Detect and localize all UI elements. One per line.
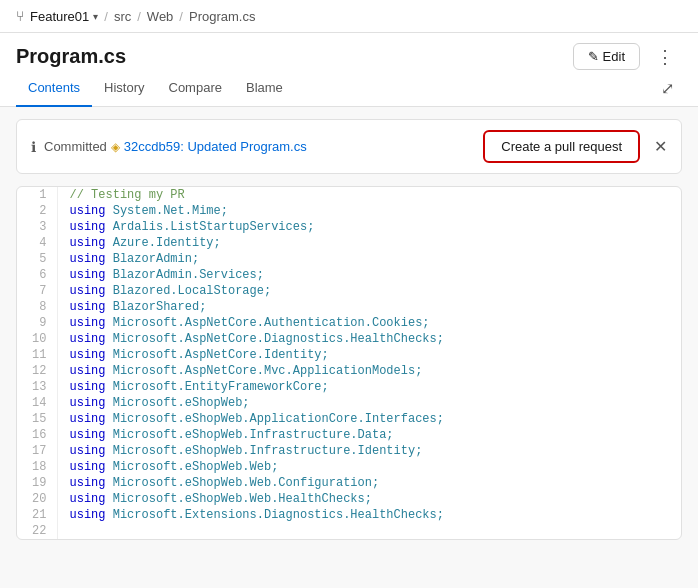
line-code: using Microsoft.eShopWeb.ApplicationCore… bbox=[57, 411, 681, 427]
table-row: 7using Blazored.LocalStorage; bbox=[17, 283, 681, 299]
line-code: using BlazorAdmin; bbox=[57, 251, 681, 267]
notification-left: ℹ Committed ◈ 32ccdb59: Updated Program.… bbox=[31, 139, 307, 155]
line-code: using Microsoft.eShopWeb.Web.Configurati… bbox=[57, 475, 681, 491]
line-code: using Microsoft.eShopWeb.Web; bbox=[57, 459, 681, 475]
branch-dot-icon: ◈ bbox=[111, 140, 120, 154]
breadcrumb-sep-2: / bbox=[137, 9, 141, 24]
line-code: using Microsoft.eShopWeb.Infrastructure.… bbox=[57, 443, 681, 459]
table-row: 10using Microsoft.AspNetCore.Diagnostics… bbox=[17, 331, 681, 347]
line-number: 16 bbox=[17, 427, 57, 443]
table-row: 18using Microsoft.eShopWeb.Web; bbox=[17, 459, 681, 475]
file-header: Program.cs ✎ Edit ⋮ bbox=[0, 33, 698, 70]
line-code: using BlazorShared; bbox=[57, 299, 681, 315]
line-code: using Microsoft.eShopWeb.Web.HealthCheck… bbox=[57, 491, 681, 507]
top-bar: ⑂ Feature01 ▾ / src / Web / Program.cs bbox=[0, 0, 698, 33]
line-number: 17 bbox=[17, 443, 57, 459]
chevron-down-icon: ▾ bbox=[93, 11, 98, 22]
table-row: 17using Microsoft.eShopWeb.Infrastructur… bbox=[17, 443, 681, 459]
file-title: Program.cs bbox=[16, 45, 126, 68]
line-number: 21 bbox=[17, 507, 57, 523]
table-row: 9using Microsoft.AspNetCore.Authenticati… bbox=[17, 315, 681, 331]
edit-label: Edit bbox=[603, 49, 625, 64]
table-row: 2using System.Net.Mime; bbox=[17, 203, 681, 219]
breadcrumb-file: Program.cs bbox=[189, 9, 255, 24]
breadcrumb-web[interactable]: Web bbox=[147, 9, 174, 24]
line-number: 12 bbox=[17, 363, 57, 379]
line-number: 15 bbox=[17, 411, 57, 427]
table-row: 12using Microsoft.AspNetCore.Mvc.Applica… bbox=[17, 363, 681, 379]
line-number: 8 bbox=[17, 299, 57, 315]
tab-compare[interactable]: Compare bbox=[157, 70, 234, 107]
line-number: 20 bbox=[17, 491, 57, 507]
line-code: using Blazored.LocalStorage; bbox=[57, 283, 681, 299]
line-code: using Microsoft.AspNetCore.Mvc.Applicati… bbox=[57, 363, 681, 379]
tab-history[interactable]: History bbox=[92, 70, 156, 107]
edit-button[interactable]: ✎ Edit bbox=[573, 43, 640, 70]
line-number: 1 bbox=[17, 187, 57, 203]
line-code: using Microsoft.AspNetCore.Identity; bbox=[57, 347, 681, 363]
code-area[interactable]: 1// Testing my PR2using System.Net.Mime;… bbox=[17, 187, 681, 539]
kebab-icon: ⋮ bbox=[656, 47, 674, 67]
line-number: 10 bbox=[17, 331, 57, 347]
commit-link[interactable]: 32ccdb59: Updated Program.cs bbox=[124, 139, 307, 154]
tab-blame[interactable]: Blame bbox=[234, 70, 295, 107]
line-number: 11 bbox=[17, 347, 57, 363]
table-row: 13using Microsoft.EntityFrameworkCore; bbox=[17, 379, 681, 395]
branch-selector[interactable]: Feature01 ▾ bbox=[30, 9, 98, 24]
line-code: using Ardalis.ListStartupServices; bbox=[57, 219, 681, 235]
breadcrumb-src[interactable]: src bbox=[114, 9, 131, 24]
line-code: using Microsoft.EntityFrameworkCore; bbox=[57, 379, 681, 395]
line-code bbox=[57, 523, 681, 539]
line-number: 19 bbox=[17, 475, 57, 491]
table-row: 6using BlazorAdmin.Services; bbox=[17, 267, 681, 283]
table-row: 4using Azure.Identity; bbox=[17, 235, 681, 251]
table-row: 14using Microsoft.eShopWeb; bbox=[17, 395, 681, 411]
line-number: 22 bbox=[17, 523, 57, 539]
line-code: using Microsoft.eShopWeb.Infrastructure.… bbox=[57, 427, 681, 443]
line-code: using Microsoft.eShopWeb; bbox=[57, 395, 681, 411]
table-row: 22 bbox=[17, 523, 681, 539]
line-number: 7 bbox=[17, 283, 57, 299]
table-row: 1// Testing my PR bbox=[17, 187, 681, 203]
line-code: using System.Net.Mime; bbox=[57, 203, 681, 219]
committed-label: Committed bbox=[44, 139, 107, 154]
tab-contents[interactable]: Contents bbox=[16, 70, 92, 107]
table-row: 8using BlazorShared; bbox=[17, 299, 681, 315]
branch-name: Feature01 bbox=[30, 9, 89, 24]
table-row: 21using Microsoft.Extensions.Diagnostics… bbox=[17, 507, 681, 523]
table-row: 15using Microsoft.eShopWeb.ApplicationCo… bbox=[17, 411, 681, 427]
line-code: using Azure.Identity; bbox=[57, 235, 681, 251]
line-code: using Microsoft.AspNetCore.Diagnostics.H… bbox=[57, 331, 681, 347]
line-number: 14 bbox=[17, 395, 57, 411]
edit-pencil-icon: ✎ bbox=[588, 49, 599, 64]
line-code: // Testing my PR bbox=[57, 187, 681, 203]
close-notification-button[interactable]: ✕ bbox=[654, 137, 667, 156]
header-actions: ✎ Edit ⋮ bbox=[573, 43, 682, 70]
table-row: 11using Microsoft.AspNetCore.Identity; bbox=[17, 347, 681, 363]
kebab-menu-button[interactable]: ⋮ bbox=[648, 44, 682, 70]
line-number: 5 bbox=[17, 251, 57, 267]
line-number: 4 bbox=[17, 235, 57, 251]
line-number: 18 bbox=[17, 459, 57, 475]
breadcrumb-sep-1: / bbox=[104, 9, 108, 24]
line-number: 3 bbox=[17, 219, 57, 235]
code-table: 1// Testing my PR2using System.Net.Mime;… bbox=[17, 187, 681, 539]
notification-text: Committed ◈ 32ccdb59: Updated Program.cs bbox=[44, 139, 307, 154]
create-pull-request-button[interactable]: Create a pull request bbox=[483, 130, 640, 163]
line-code: using Microsoft.AspNetCore.Authenticatio… bbox=[57, 315, 681, 331]
expand-icon[interactable]: ⤢ bbox=[653, 71, 682, 106]
line-number: 13 bbox=[17, 379, 57, 395]
table-row: 3using Ardalis.ListStartupServices; bbox=[17, 219, 681, 235]
branch-icon: ⑂ bbox=[16, 8, 24, 24]
tabs-bar: Contents History Compare Blame ⤢ bbox=[0, 70, 698, 107]
info-icon: ℹ bbox=[31, 139, 36, 155]
notification-bar: ℹ Committed ◈ 32ccdb59: Updated Program.… bbox=[16, 119, 682, 174]
line-number: 9 bbox=[17, 315, 57, 331]
table-row: 19using Microsoft.eShopWeb.Web.Configura… bbox=[17, 475, 681, 491]
line-code: using Microsoft.Extensions.Diagnostics.H… bbox=[57, 507, 681, 523]
close-icon: ✕ bbox=[654, 138, 667, 155]
table-row: 16using Microsoft.eShopWeb.Infrastructur… bbox=[17, 427, 681, 443]
line-code: using BlazorAdmin.Services; bbox=[57, 267, 681, 283]
table-row: 5using BlazorAdmin; bbox=[17, 251, 681, 267]
code-container: 1// Testing my PR2using System.Net.Mime;… bbox=[16, 186, 682, 540]
